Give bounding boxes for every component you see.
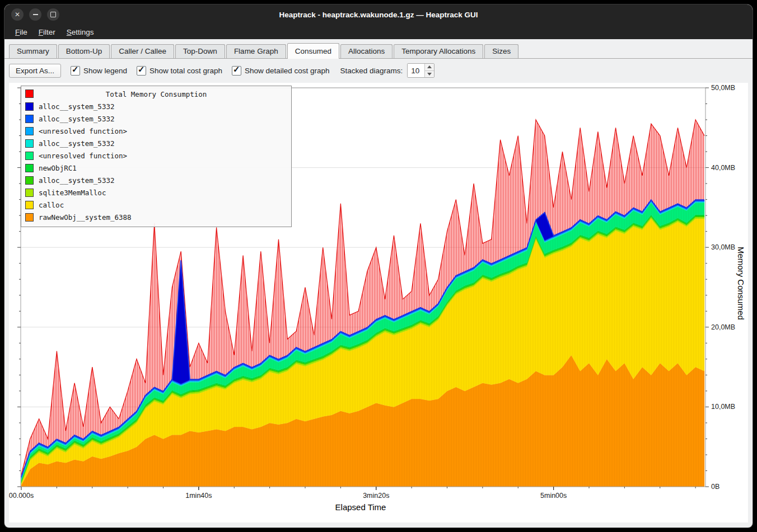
svg-text:1min40s: 1min40s: [185, 492, 212, 500]
legend-swatch: [25, 115, 34, 123]
maximize-icon: [50, 12, 56, 17]
legend-swatch: [25, 176, 34, 185]
svg-text:3min20s: 3min20s: [363, 492, 389, 500]
export-as-button[interactable]: Export As...: [9, 64, 61, 78]
app-window: ✕ Heaptrack - heaptrack.wakunode.1.gz — …: [4, 4, 753, 528]
tab-bar: SummaryBottom-UpCaller / CalleeTop-DownF…: [4, 39, 753, 59]
checkbox-show-detailed-cost-graph[interactable]: ✓Show detailed cost graph: [232, 66, 330, 76]
legend-title: Total Memory Consumption: [106, 90, 207, 98]
svg-text:40,0MB: 40,0MB: [711, 164, 735, 172]
legend-label: alloc__system_5332: [39, 102, 114, 111]
checkbox-box[interactable]: ✓: [71, 66, 80, 76]
stacked-diagrams-input[interactable]: [408, 64, 424, 77]
title-bar[interactable]: ✕ Heaptrack - heaptrack.wakunode.1.gz — …: [4, 4, 753, 25]
legend-label: <unresolved function>: [39, 152, 127, 160]
tab-bottom-up[interactable]: Bottom-Up: [58, 44, 110, 58]
menu-file[interactable]: File: [10, 26, 32, 38]
svg-text:50,0MB: 50,0MB: [711, 84, 735, 92]
svg-text:20,0MB: 20,0MB: [711, 323, 735, 331]
tab-allocations[interactable]: Allocations: [340, 44, 392, 58]
legend-swatch-total: [25, 90, 34, 98]
spin-up-button[interactable]: [425, 64, 434, 71]
legend-item: <unresolved function>: [25, 149, 287, 162]
x-axis-title: Elapsed Time: [9, 502, 712, 512]
close-icon: ✕: [15, 11, 20, 18]
minimize-icon: [33, 14, 38, 15]
legend-label: sqlite3MemMalloc: [39, 189, 106, 197]
checkbox-label: Show detailed cost graph: [245, 67, 330, 75]
spin-buttons: [424, 64, 434, 77]
tab-consumed[interactable]: Consumed: [287, 43, 339, 59]
legend-item: rawNewObj__system_6388: [25, 211, 287, 223]
y-axis-title: Memory Consumed: [736, 247, 746, 320]
maximize-button[interactable]: [47, 8, 59, 21]
checkbox-show-legend[interactable]: ✓Show legend: [71, 66, 127, 76]
tab-summary[interactable]: Summary: [9, 44, 57, 58]
menu-settings[interactable]: Settings: [62, 26, 99, 38]
window-title: Heaptrack - heaptrack.wakunode.1.gz — He…: [4, 11, 753, 19]
tab-flame-graph[interactable]: Flame Graph: [226, 44, 286, 58]
legend-item: alloc__system_5332: [25, 137, 287, 149]
stacked-diagrams-spinbox: [407, 63, 434, 78]
menu-filter[interactable]: Filter: [34, 26, 60, 38]
checkbox-show-total-cost-graph[interactable]: ✓Show total cost graph: [137, 66, 222, 76]
chart-legend: Total Memory Consumptionalloc__system_53…: [21, 86, 292, 227]
spin-down-button[interactable]: [425, 71, 434, 78]
legend-item: alloc__system_5332: [25, 112, 287, 125]
legend-title-row: Total Memory Consumption: [25, 88, 287, 100]
memory-consumption-chart[interactable]: 00.000s1min40s3min20s5min00s0B10,0MB20,0…: [9, 83, 748, 522]
svg-text:30,0MB: 30,0MB: [711, 243, 735, 251]
svg-text:10,0MB: 10,0MB: [711, 403, 735, 411]
svg-text:5min00s: 5min00s: [540, 492, 567, 500]
checkbox-box[interactable]: ✓: [232, 66, 241, 76]
minimize-button[interactable]: [29, 8, 41, 21]
legend-swatch: [25, 152, 34, 160]
checkbox-label: Show total cost graph: [149, 67, 222, 75]
tab-temporary-allocations[interactable]: Temporary Allocations: [394, 44, 483, 58]
close-button[interactable]: ✕: [11, 8, 24, 21]
legend-label: alloc__system_5332: [39, 139, 114, 148]
window-controls: ✕: [11, 8, 59, 21]
check-icon: ✓: [72, 64, 79, 74]
legend-label: <unresolved function>: [39, 127, 127, 135]
tab-top-down[interactable]: Top-Down: [175, 44, 225, 58]
legend-item: <unresolved function>: [25, 125, 287, 137]
check-icon: ✓: [233, 64, 240, 74]
legend-swatch: [25, 164, 34, 172]
desktop-background: ✕ Heaptrack - heaptrack.wakunode.1.gz — …: [0, 0, 757, 532]
tab-caller-callee[interactable]: Caller / Callee: [111, 44, 174, 58]
checkbox-box[interactable]: ✓: [137, 66, 146, 76]
tab-sizes[interactable]: Sizes: [484, 44, 518, 58]
legend-swatch: [25, 213, 34, 222]
svg-text:00.000s: 00.000s: [9, 492, 34, 500]
legend-swatch: [25, 127, 34, 135]
checkbox-label: Show legend: [83, 67, 127, 75]
stacked-diagrams-label: Stacked diagrams:: [340, 67, 403, 75]
legend-label: alloc__system_5332: [39, 176, 114, 185]
toolbar: Export As... ✓Show legend✓Show total cos…: [4, 59, 753, 82]
svg-text:0B: 0B: [711, 483, 719, 491]
check-icon: ✓: [138, 64, 145, 74]
legend-label: calloc: [39, 201, 64, 209]
menu-bar: FileFilterSettings: [4, 25, 753, 39]
legend-swatch: [25, 201, 34, 209]
legend-label: rawNewObj__system_6388: [39, 213, 132, 222]
legend-swatch: [25, 139, 34, 148]
legend-item: sqlite3MemMalloc: [25, 186, 287, 199]
spin-down-icon: [427, 73, 432, 76]
spin-up-icon: [427, 65, 432, 68]
legend-swatch: [25, 102, 34, 111]
legend-item: calloc: [25, 199, 287, 211]
legend-swatch: [25, 189, 34, 197]
legend-item: alloc__system_5332: [25, 100, 287, 112]
toolbar-checkboxes: ✓Show legend✓Show total cost graph✓Show …: [71, 66, 330, 76]
legend-item: newObjRC1: [25, 162, 287, 174]
legend-label: alloc__system_5332: [39, 115, 114, 123]
legend-label: newObjRC1: [39, 164, 77, 172]
legend-item: alloc__system_5332: [25, 174, 287, 186]
